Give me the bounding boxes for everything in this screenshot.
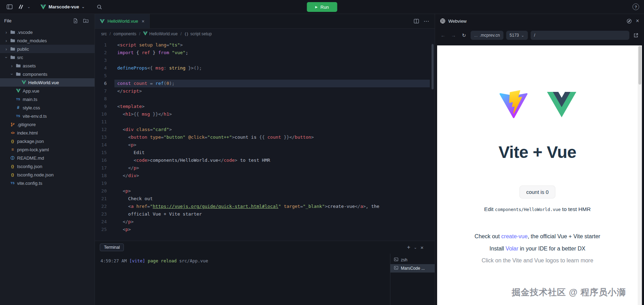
code-line-1[interactable]: 1<script setup lang="ts"> <box>95 41 435 49</box>
code-line-3[interactable]: 3 <box>95 57 435 64</box>
tree-item-assets[interactable]: ›assets <box>0 61 95 70</box>
code-line-5[interactable]: 5 <box>95 72 435 80</box>
vue-logo[interactable] <box>547 89 577 119</box>
chevron-down-icon[interactable]: › <box>4 55 9 60</box>
chevron-right-icon[interactable]: › <box>3 30 9 35</box>
breadcrumb-item-helloworld-vue[interactable]: HelloWorld.vue <box>143 31 178 37</box>
breadcrumb-separator: / <box>180 31 181 36</box>
code-line-17[interactable]: 17 </p> <box>95 164 435 172</box>
tree-item-vscode[interactable]: ›.vscode <box>0 28 95 36</box>
tree-item-helloworld-vue[interactable]: HelloWorld.vue <box>0 78 95 87</box>
code-line-22[interactable]: 22 <a href="https://vuejs.org/guide/quic… <box>95 203 435 210</box>
tree-item-readme-md[interactable]: ⓘREADME.md <box>0 154 95 162</box>
back-icon[interactable]: ← <box>439 31 447 39</box>
code-line-2[interactable]: 2import { ref } from "vue"; <box>95 49 435 57</box>
tree-item-pnpm-lock-yaml[interactable]: ≡pnpm-lock.yaml <box>0 145 95 154</box>
line-number: 15 <box>95 149 114 157</box>
chevron-down-icon[interactable]: ⌄ <box>27 5 30 9</box>
code-line-25[interactable]: 25 <p> <box>95 226 435 233</box>
chevron-down-icon[interactable]: › <box>9 71 15 77</box>
tree-item-app-vue[interactable]: App.vue <box>0 87 95 95</box>
terminal-header: Terminal + ⌄ × <box>95 241 435 254</box>
search-icon[interactable] <box>95 2 104 12</box>
code-line-10[interactable]: 10 <h1>{{ msg }}</h1> <box>95 110 435 118</box>
terminal-session-zsh[interactable]: zsh <box>390 256 435 264</box>
code-line-7[interactable]: 7</script> <box>95 87 435 95</box>
tree-item-vite-config-ts[interactable]: TSvite.config.ts <box>0 179 95 187</box>
tree-item-index-html[interactable]: <>index.html <box>0 129 95 137</box>
webview-scrollbar[interactable] <box>638 45 642 305</box>
host-pill[interactable]: ... .mcprev.cn <box>471 31 503 40</box>
code-editor[interactable]: 1<script setup lang="ts">2import { ref }… <box>95 39 435 241</box>
tree-item-src[interactable]: ›src <box>0 53 95 61</box>
tree-item-vite-env-d-ts[interactable]: TSvite-env.d.ts <box>0 112 95 120</box>
new-file-icon[interactable] <box>71 16 80 25</box>
terminal-output[interactable]: 4:59:27 AM [vite] page reload src/App.vu… <box>95 254 390 305</box>
terminal-tab[interactable]: Terminal <box>100 244 124 251</box>
run-button[interactable]: ▶ Run <box>307 2 337 12</box>
code-line-9[interactable]: 9<template> <box>95 103 435 110</box>
terminal-session-marscode[interactable]: MarsCode ... <box>390 264 435 273</box>
tree-item-label: tsconfig.node.json <box>17 172 54 177</box>
code-line-8[interactable]: 8 <box>95 95 435 103</box>
code-line-11[interactable]: 11 <box>95 118 435 126</box>
code-line-12[interactable]: 12 <div class="card"> <box>95 126 435 133</box>
tree-item-gitignore[interactable]: .gitignore <box>0 120 95 129</box>
refresh-icon[interactable]: ↻ <box>460 31 468 39</box>
split-editor-icon[interactable] <box>412 17 421 26</box>
tree-item-package-json[interactable]: {}package.json <box>0 137 95 145</box>
code-line-20[interactable]: 20 <p> <box>95 187 435 195</box>
scrollbar-thumb[interactable] <box>638 46 641 85</box>
marscode-logo-icon[interactable] <box>16 2 25 12</box>
close-webview-icon[interactable]: × <box>636 18 639 24</box>
code-line-4[interactable]: 4defineProps<{ msg: string }>(); <box>95 64 435 72</box>
help-icon[interactable]: ? <box>632 3 639 10</box>
forward-icon[interactable]: → <box>450 31 457 39</box>
code-line-15[interactable]: 15 Edit <box>95 149 435 157</box>
create-vue-link[interactable]: create-vue <box>501 233 528 239</box>
code-line-14[interactable]: 14 <p> <box>95 141 435 149</box>
tree-item-label: src <box>17 55 23 60</box>
open-external-icon[interactable] <box>632 31 640 39</box>
breadcrumb-item-components[interactable]: components <box>113 31 136 36</box>
tree-item-style-css[interactable]: #style.css <box>0 103 95 112</box>
code-line-21[interactable]: 21 Check out <box>95 195 435 203</box>
breadcrumb-item-src[interactable]: src <box>101 31 107 36</box>
code-line-18[interactable]: 18 </div> <box>95 172 435 180</box>
tree-item-main-ts[interactable]: TSmain.ts <box>0 95 95 103</box>
chevron-right-icon[interactable]: › <box>3 46 9 52</box>
close-tab-icon[interactable]: × <box>142 19 144 24</box>
install-line: Install Volar in your IDE for a better D… <box>437 246 638 252</box>
tree-item-components[interactable]: ›components <box>0 70 95 78</box>
code-line-19[interactable]: 19 <box>95 180 435 187</box>
path-input[interactable]: / <box>531 31 629 40</box>
more-actions-icon[interactable]: ··· <box>422 17 431 26</box>
breadcrumb-item-script-setup[interactable]: {}script setup <box>185 31 212 36</box>
code-line-6[interactable]: 6const count = ref(0); <box>95 80 435 87</box>
code-line-13[interactable]: 13 <button type="button" @click="count++… <box>95 133 435 141</box>
tab-helloworld-vue[interactable]: HelloWorld.vue × <box>95 14 150 28</box>
code-line-24[interactable]: 24 </p> <box>95 218 435 226</box>
port-selector[interactable]: 5173 ⌄ <box>506 31 528 40</box>
new-terminal-icon[interactable]: + <box>407 245 410 250</box>
code-line-16[interactable]: 16 <code>components/HelloWorld.vue</code… <box>95 157 435 164</box>
tree-item-tsconfig-node-json[interactable]: {}tsconfig.node.json <box>0 170 95 179</box>
project-switcher[interactable]: Marscode-vue ⌄ <box>37 3 88 11</box>
tree-item-public[interactable]: ›public <box>0 45 95 53</box>
tree-item-tsconfig-json[interactable]: {}tsconfig.json <box>0 162 95 170</box>
terminal-dropdown-icon[interactable]: ⌄ <box>414 246 417 249</box>
new-folder-icon[interactable] <box>81 16 90 25</box>
code-line-23[interactable]: 23 official Vue + Vite starter <box>95 210 435 218</box>
vite-logo[interactable] <box>499 89 529 119</box>
folder-icon <box>15 72 22 77</box>
editor-scrollbar[interactable] <box>432 44 434 89</box>
folder-icon <box>9 38 16 43</box>
inspect-icon[interactable] <box>627 19 632 24</box>
sidebar-toggle-icon[interactable] <box>5 2 14 12</box>
volar-link[interactable]: Volar <box>506 246 518 252</box>
tree-item-node-modules[interactable]: ›node_modules <box>0 36 95 45</box>
chevron-right-icon[interactable]: › <box>9 63 15 68</box>
count-button[interactable]: count is 0 <box>519 186 555 198</box>
close-terminal-icon[interactable]: × <box>420 245 424 250</box>
chevron-right-icon[interactable]: › <box>3 38 9 43</box>
